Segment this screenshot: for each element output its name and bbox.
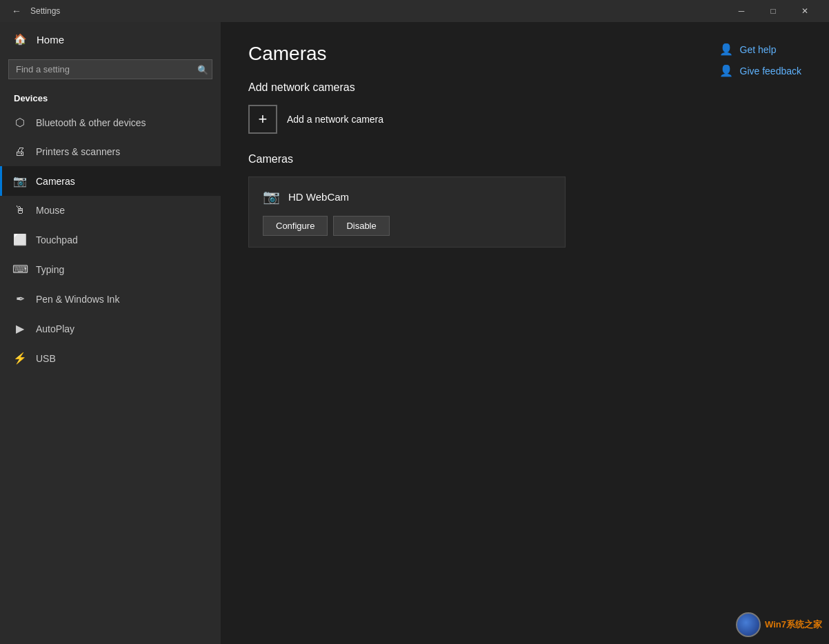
sidebar-item-label: Bluetooth & other devices [36,117,146,128]
sidebar-item-autoplay[interactable]: ▶ AutoPlay [0,314,221,343]
watermark-text: Win7系统之家 [765,618,822,631]
give-feedback-label: Give feedback [740,66,802,77]
section-label: Devices [0,88,221,108]
touchpad-icon: ⬜ [14,233,26,246]
sidebar: 🏠 Home 🔍 Devices ⬡ Bluetooth & other dev… [0,22,221,644]
give-feedback-link[interactable]: 👤 Give feedback [719,64,802,77]
main-content: Cameras Add network cameras + Add a netw… [221,22,829,644]
home-label: Home [37,34,64,46]
typing-icon: ⌨ [14,263,26,276]
autoplay-icon: ▶ [14,322,26,335]
app-title: Settings [30,6,726,16]
cameras-section-title: Cameras [248,153,801,165]
sidebar-item-label: Printers & scanners [36,146,120,157]
sidebar-item-mouse[interactable]: 🖱 Mouse [0,196,221,225]
sidebar-item-pen[interactable]: ✒ Pen & Windows Ink [0,284,221,314]
search-input[interactable] [8,59,212,79]
disable-button[interactable]: Disable [333,216,389,236]
camera-device-icon: 📷 [263,188,280,205]
sidebar-item-printers[interactable]: 🖨 Printers & scanners [0,137,221,166]
configure-button[interactable]: Configure [263,216,328,236]
watermark: Win7系统之家 [736,612,822,637]
mouse-icon: 🖱 [14,204,26,217]
minimize-button[interactable]: ─ [726,0,757,22]
sidebar-item-home[interactable]: 🏠 Home [0,22,221,57]
camera-actions: Configure Disable [263,216,551,236]
sidebar-item-label: AutoPlay [36,323,74,334]
get-help-link[interactable]: 👤 Get help [719,43,802,56]
add-camera-container: + Add a network camera [248,105,801,134]
watermark-logo-circle [736,612,761,637]
get-help-icon: 👤 [719,43,733,56]
back-button[interactable]: ← [8,3,25,19]
feedback-icon: 👤 [719,64,733,77]
help-section: 👤 Get help 👤 Give feedback [719,43,802,77]
usb-icon: ⚡ [14,352,26,365]
home-icon: 🏠 [14,33,27,46]
camera-icon: 📷 [14,174,26,188]
sidebar-item-label: Mouse [36,205,65,216]
close-button[interactable]: ✕ [789,0,821,22]
sidebar-item-typing[interactable]: ⌨ Typing [0,254,221,284]
bluetooth-icon: ⬡ [14,116,26,129]
title-bar: ← Settings ─ □ ✕ [0,0,829,22]
window-controls: ─ □ ✕ [726,0,821,22]
get-help-label: Get help [740,44,777,55]
app-layout: 🏠 Home 🔍 Devices ⬡ Bluetooth & other dev… [0,22,829,644]
search-container: 🔍 [8,59,212,79]
camera-item: 📷 HD WebCam Configure Disable [248,177,566,248]
sidebar-item-label: Typing [36,264,64,275]
add-camera-label: Add a network camera [287,114,383,125]
sidebar-item-cameras[interactable]: 📷 Cameras [0,166,221,196]
sidebar-item-touchpad[interactable]: ⬜ Touchpad [0,225,221,254]
sidebar-item-usb[interactable]: ⚡ USB [0,343,221,373]
maximize-button[interactable]: □ [757,0,789,22]
pen-icon: ✒ [14,292,26,305]
sidebar-item-label: Touchpad [36,234,78,245]
search-icon: 🔍 [197,64,208,74]
sidebar-item-bluetooth[interactable]: ⬡ Bluetooth & other devices [0,108,221,137]
camera-item-header: 📷 HD WebCam [263,188,551,205]
camera-name: HD WebCam [288,191,349,203]
sidebar-item-label: USB [36,353,56,364]
add-camera-button[interactable]: + [248,105,277,134]
sidebar-item-label: Cameras [36,176,75,187]
sidebar-item-label: Pen & Windows Ink [36,294,119,305]
add-network-title: Add network cameras [248,81,801,94]
printer-icon: 🖨 [14,145,26,158]
